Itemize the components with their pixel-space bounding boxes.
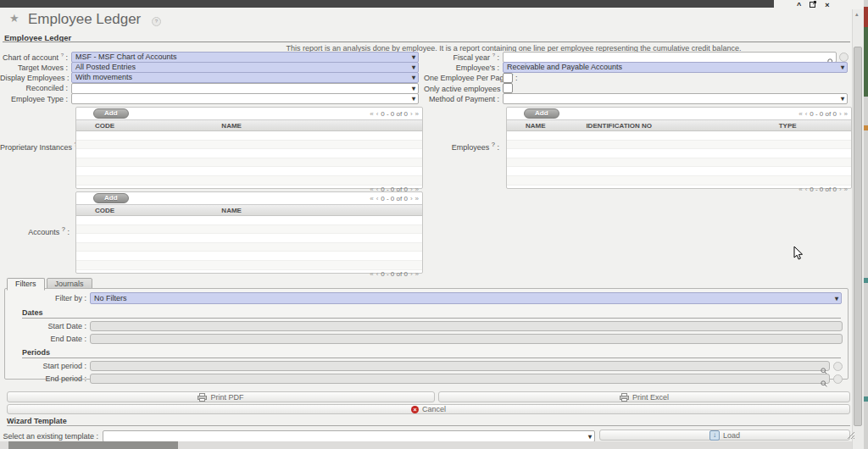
start-date-label: Start Date : xyxy=(5,322,90,330)
table-header: CODE NAME xyxy=(76,119,422,131)
pager-next[interactable]: › xyxy=(839,186,842,193)
tab-filters[interactable]: Filters xyxy=(7,278,45,291)
pager-next[interactable]: › xyxy=(410,195,413,202)
table-pager: « ‹ 0 - 0 of 0 › » xyxy=(370,270,419,278)
popout-icon[interactable] xyxy=(810,1,816,9)
pager-first[interactable]: « xyxy=(798,110,802,118)
dates-section-divider xyxy=(22,318,841,319)
employee-type-select[interactable]: ▾ xyxy=(71,93,419,104)
fiscal-year-label: Fiscal year ? : xyxy=(424,53,503,62)
collapse-icon[interactable]: ^ xyxy=(797,2,801,9)
horizontal-scrollbar-thumb[interactable] xyxy=(8,441,178,449)
pager-count: 0 - 0 of 0 xyxy=(381,110,408,118)
column-code[interactable]: CODE xyxy=(76,207,221,214)
one-employee-per-page-checkbox[interactable] xyxy=(503,73,513,83)
employees-filter-select[interactable]: Receivable and Payable Accounts▾ xyxy=(503,62,848,73)
column-name[interactable]: NAME xyxy=(221,122,422,130)
accounts-label: Accounts ? : xyxy=(0,225,70,236)
column-code[interactable]: CODE xyxy=(76,122,221,130)
employees-label: Employees ? : xyxy=(424,141,499,152)
pager-last[interactable]: » xyxy=(415,110,419,118)
form-left-column: Chart of account ? : MSF - MSF Chart of … xyxy=(0,52,421,104)
chevron-down-icon: ▾ xyxy=(412,53,415,62)
window-top-strip xyxy=(0,0,774,8)
employee-ledger-wizard: ^ × ★ Employee Ledger ? Employee Ledger … xyxy=(0,0,868,449)
table-row xyxy=(507,158,851,168)
form-right-column: Fiscal year ? : Employee's : Receivable … xyxy=(424,52,850,104)
vertical-scrollbar-thumb[interactable] xyxy=(854,47,862,426)
proprietary-instances-table: Add « ‹ 0 - 0 of 0 › » CODE NAME « ‹ 0 -… xyxy=(75,107,423,189)
pager-first[interactable]: « xyxy=(798,186,802,193)
pager-prev[interactable]: ‹ xyxy=(376,110,379,118)
column-name[interactable]: NAME xyxy=(507,122,586,130)
cancel-button[interactable]: × Cancel xyxy=(7,404,850,414)
resize-grip[interactable] xyxy=(847,428,855,436)
table-row xyxy=(76,167,422,176)
end-period-input[interactable] xyxy=(90,374,830,384)
display-employees-label: Display Employees : xyxy=(0,74,71,82)
open-resource-button[interactable] xyxy=(839,53,849,62)
pager-next[interactable]: › xyxy=(839,110,842,118)
pager-count: 0 - 0 of 0 xyxy=(381,270,408,278)
start-date-input[interactable] xyxy=(90,321,843,331)
pager-prev[interactable]: ‹ xyxy=(805,110,808,118)
add-button[interactable]: Add xyxy=(93,108,129,119)
employees-filter-label: Employee's : xyxy=(424,64,503,72)
search-icon[interactable] xyxy=(821,375,827,391)
pager-last[interactable]: » xyxy=(844,186,848,193)
accounts-table: Add « ‹ 0 - 0 of 0 › » CODE NAME « ‹ 0 -… xyxy=(75,191,423,274)
target-moves-select[interactable]: All Posted Entries▾ xyxy=(71,62,419,73)
open-resource-button[interactable] xyxy=(833,374,843,384)
table-row xyxy=(76,141,422,150)
fiscal-year-input[interactable] xyxy=(503,52,837,63)
start-period-input[interactable] xyxy=(90,361,830,371)
end-date-input[interactable] xyxy=(90,334,843,344)
column-type[interactable]: TYPE xyxy=(779,122,851,130)
pager-first[interactable]: « xyxy=(370,195,373,202)
select-template-label: Select an existing template : xyxy=(0,432,98,441)
table-row xyxy=(507,149,851,158)
pager-next[interactable]: › xyxy=(410,110,413,118)
wizard-template-divider xyxy=(7,425,850,426)
add-button[interactable]: Add xyxy=(524,108,559,119)
filter-by-select[interactable]: No Filters ▾ xyxy=(90,292,842,304)
chart-of-account-select[interactable]: MSF - MSF Chart of Accounts▾ xyxy=(71,52,419,63)
pager-count: 0 - 0 of 0 xyxy=(810,186,837,193)
chevron-down-icon: ▾ xyxy=(412,63,415,72)
open-resource-button[interactable] xyxy=(833,362,843,371)
table-row xyxy=(76,176,422,186)
table-pager: « ‹ 0 - 0 of 0 › » xyxy=(798,110,848,118)
only-active-employees-checkbox[interactable] xyxy=(503,83,513,93)
table-pager: « ‹ 0 - 0 of 0 › » xyxy=(798,186,848,193)
method-of-payment-select[interactable]: ▾ xyxy=(503,93,848,104)
table-header: CODE NAME xyxy=(76,204,422,216)
table-row xyxy=(76,158,422,168)
pager-next[interactable]: › xyxy=(410,270,413,278)
add-button[interactable]: Add xyxy=(93,193,129,203)
table-row xyxy=(76,234,422,243)
print-pdf-button[interactable]: Print PDF xyxy=(7,391,435,402)
pager-last[interactable]: » xyxy=(415,270,419,278)
pager-prev[interactable]: ‹ xyxy=(376,270,379,278)
pager-prev[interactable]: ‹ xyxy=(376,195,379,202)
column-name[interactable]: NAME xyxy=(221,207,422,214)
reconciled-select[interactable]: ▾ xyxy=(71,83,419,94)
load-template-button[interactable]: ↓ Load xyxy=(599,430,850,441)
pager-prev[interactable]: ‹ xyxy=(805,186,808,193)
pager-last[interactable]: » xyxy=(844,110,848,118)
title-help-icon[interactable]: ? xyxy=(152,17,161,26)
favorite-star-icon[interactable]: ★ xyxy=(9,12,19,25)
print-excel-button[interactable]: Print Excel xyxy=(438,391,850,402)
printer-icon xyxy=(198,393,207,402)
column-identification-no[interactable]: IDENTIFICATION NO xyxy=(586,122,778,130)
pager-last[interactable]: » xyxy=(415,195,419,202)
pager-first[interactable]: « xyxy=(370,110,373,118)
scroll-up-arrow[interactable]: ▴ xyxy=(855,11,859,18)
pager-first[interactable]: « xyxy=(370,270,373,278)
employees-table: Add « ‹ 0 - 0 of 0 › » NAME IDENTIFICATI… xyxy=(506,107,852,189)
display-employees-select[interactable]: With movements▾ xyxy=(71,72,419,83)
template-select[interactable]: ▾ xyxy=(103,430,595,442)
table-row xyxy=(507,176,851,186)
close-icon[interactable]: × xyxy=(825,2,829,9)
pager-count: 0 - 0 of 0 xyxy=(810,110,837,118)
